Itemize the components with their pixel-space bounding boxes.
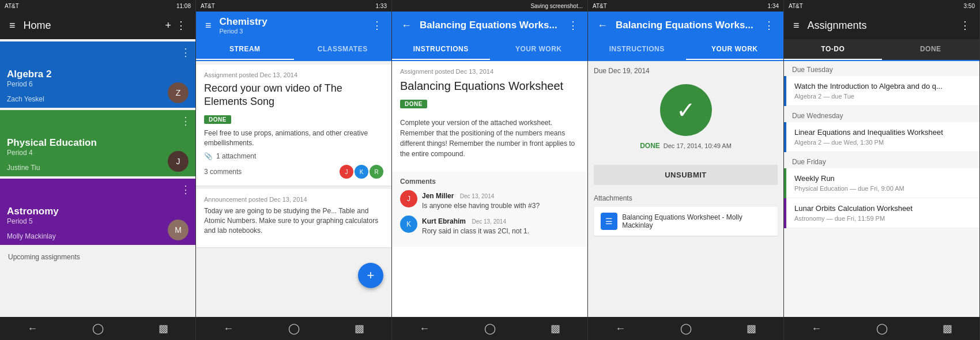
tab-yourwork-active[interactable]: YOUR WORK <box>686 39 784 60</box>
home-nav-home[interactable]: ◯ <box>92 322 104 335</box>
tab-instructions-bal-yw[interactable]: INSTRUCTIONS <box>588 39 686 60</box>
bal-yw-content: Due Dec 19, 2014 ✓ DONE Dec 17, 2014, 10… <box>588 61 783 317</box>
home-nav-bal-instr[interactable]: ◯ <box>484 322 496 335</box>
add-icon-home[interactable]: + <box>163 17 174 34</box>
back-nav-home[interactable]: ← <box>27 323 37 335</box>
home-nav-assignments[interactable]: ◯ <box>876 322 888 335</box>
tab-done[interactable]: DONE <box>882 39 980 60</box>
course-menu-pe[interactable]: ⋮ <box>180 115 191 127</box>
attachment-name-yw: Balancing Equations Worksheet - Molly Ma… <box>622 213 771 229</box>
course-menu-algebra[interactable]: ⋮ <box>180 46 191 59</box>
more-icon-chemistry[interactable]: ⋮ <box>370 17 385 34</box>
back-nav-chemistry[interactable]: ← <box>223 323 233 335</box>
menu-icon-assignments[interactable]: ≡ <box>791 17 802 34</box>
title-group-bal-instr: Balancing Equations Works... <box>420 20 566 31</box>
more-icon-home[interactable]: ⋮ <box>174 17 189 34</box>
title-home: Home <box>24 20 163 32</box>
back-nav-assignments[interactable]: ← <box>811 323 821 335</box>
assignment-lunar-orbits[interactable]: Lunar Orbits Calculation Worksheet Astro… <box>784 198 979 228</box>
done-status-text: DONE <box>640 142 660 150</box>
comment-text-jen: Is anyone else having trouble with #3? <box>422 202 540 210</box>
home-nav-bal-yw[interactable]: ◯ <box>680 322 692 335</box>
course-menu-astronomy[interactable]: ⋮ <box>180 183 191 196</box>
upcoming-label: Upcoming assignments <box>0 247 195 267</box>
back-nav-bal-instr[interactable]: ← <box>419 323 429 335</box>
home-nav-chemistry[interactable]: ◯ <box>288 322 300 335</box>
fab-add-button[interactable]: + <box>358 263 383 288</box>
tab-bar-bal-instr: INSTRUCTIONS YOUR WORK <box>392 39 587 61</box>
comment-avatars-1: J K R <box>340 165 383 179</box>
course-period-algebra: Period 6 <box>7 80 189 88</box>
done-badge-1: DONE <box>204 115 231 124</box>
tab-bar-assignments: TO-DO DONE <box>784 39 979 61</box>
more-icon-assignments[interactable]: ⋮ <box>958 17 973 34</box>
carrier-bal-yw: AT&T <box>593 3 607 9</box>
done-badge-instr: DONE <box>400 100 427 108</box>
time-bal-yw: 1:34 <box>768 3 779 9</box>
assignment-meta-run: Physical Education — due Fri, 9:00 AM <box>794 185 971 192</box>
assignment-linear-eq[interactable]: Linear Equations and Inequalities Worksh… <box>784 122 979 152</box>
bottom-nav-assignments: ← ◯ ▩ <box>784 317 979 340</box>
menu-icon-home[interactable]: ≡ <box>7 17 18 34</box>
status-bar-home: AT&T 11:08 <box>0 0 195 12</box>
comment-2: K Kurt Ebrahim Dec 13, 2014 Rory said in… <box>400 216 579 235</box>
comments-section: Comments J Jen Miller Dec 13, 2014 Is an… <box>392 172 587 247</box>
course-card-pe[interactable]: ⋮ Physical Education Period 4 Justine Ti… <box>0 110 195 176</box>
post-announcement[interactable]: Announcement posted Dec 13, 2014 Today w… <box>196 189 391 247</box>
post-meta-2: Announcement posted Dec 13, 2014 <box>204 196 383 203</box>
tab-instructions-active[interactable]: INSTRUCTIONS <box>392 39 490 60</box>
recents-nav-bal-instr[interactable]: ▩ <box>551 322 560 335</box>
assignment-title-linear: Linear Equations and Inequalities Worksh… <box>794 128 971 138</box>
back-icon-bal-instr[interactable]: ← <box>399 17 414 34</box>
tab-bar-chemistry: STREAM CLASSMATES <box>196 39 391 61</box>
title-bal-yw: Balancing Equations Works... <box>616 20 762 31</box>
teacher-algebra: Zach Yeskel <box>7 95 189 103</box>
due-header-wednesday: Due Wednesday <box>784 107 979 122</box>
course-card-algebra[interactable]: ⋮ Algebra 2 Period 6 Zach Yeskel Z <box>0 41 195 108</box>
assignment-meta-linear: Algebra 2 — due Wed, 1:30 PM <box>794 139 971 146</box>
comment-text-kurt: Rory said in class it was 2Cl, not 1. <box>422 227 529 235</box>
done-date-text: Dec 17, 2014, 10:49 AM <box>664 142 732 149</box>
assignment-title-lunar: Lunar Orbits Calculation Worksheet <box>794 204 971 214</box>
back-nav-bal-yw[interactable]: ← <box>615 323 625 335</box>
comment-date-jen: Dec 13, 2014 <box>460 193 495 199</box>
recents-nav-home[interactable]: ▩ <box>159 322 168 335</box>
post-elements-song[interactable]: Assignment posted Dec 13, 2014 Record yo… <box>196 65 391 186</box>
tab-yourwork-bal-instr[interactable]: YOUR WORK <box>490 39 588 60</box>
unsubmit-button[interactable]: UNSUBMIT <box>594 165 778 185</box>
more-icon-bal-instr[interactable]: ⋮ <box>566 17 581 34</box>
recents-nav-bal-yw[interactable]: ▩ <box>747 322 756 335</box>
panel-assignments: AT&T 3:50 ≡ Assignments ⋮ TO-DO DONE Due… <box>784 0 980 340</box>
avatar-astronomy: M <box>168 220 189 240</box>
back-icon-bal-yw[interactable]: ← <box>595 17 610 34</box>
tab-classmates[interactable]: CLASSMATES <box>294 39 392 60</box>
title-group-chemistry: Chemistry Period 3 <box>220 16 370 35</box>
menu-icon-chemistry[interactable]: ≡ <box>203 17 214 34</box>
assignment-meta-lunar: Astronomy — due Fri, 11:59 PM <box>794 215 971 222</box>
assignment-weekly-run[interactable]: Weekly Run Physical Education — due Fri,… <box>784 168 979 198</box>
comment-avatar-1c: R <box>370 165 383 179</box>
attachment-item-yw[interactable]: ☰ Balancing Equations Worksheet - Molly … <box>594 207 778 236</box>
course-name-pe: Physical Education <box>7 137 189 149</box>
tab-bar-bal-yw: INSTRUCTIONS YOUR WORK <box>588 39 783 61</box>
assignment-meta-watch: Algebra 2 — due Tue <box>794 93 971 100</box>
attachment-doc-icon: ☰ <box>601 213 617 230</box>
post-meta-1: Assignment posted Dec 13, 2014 <box>204 71 383 78</box>
recents-nav-chemistry[interactable]: ▩ <box>355 322 364 335</box>
recents-nav-assignments[interactable]: ▩ <box>943 322 952 335</box>
post-body-2: Today we are going to be studying the Pe… <box>204 206 383 235</box>
assignment-title-watch: Watch the Introduction to Algebra and do… <box>794 82 971 92</box>
course-card-astronomy[interactable]: ⋮ Astronomy Period 5 Molly Mackinlay M <box>0 179 195 245</box>
assignment-watch-intro[interactable]: Watch the Introduction to Algebra and do… <box>784 76 979 106</box>
panel-home: AT&T 11:08 ≡ Home + ⋮ ⋮ Algebra 2 Period… <box>0 0 196 340</box>
tab-stream[interactable]: STREAM <box>196 39 294 60</box>
more-icon-bal-yw[interactable]: ⋮ <box>762 17 777 34</box>
assignment-title: Balancing Equations Worksheet <box>400 78 579 93</box>
topbar-home: ≡ Home + ⋮ <box>0 12 195 39</box>
instructions-body: Assignment posted Dec 13, 2014 Balancing… <box>392 61 587 172</box>
avatar-algebra: Z <box>168 82 189 103</box>
comment-avatar-kurt: K <box>400 216 417 233</box>
course-name-algebra: Algebra 2 <box>7 69 189 80</box>
tab-todo[interactable]: TO-DO <box>784 39 882 60</box>
subtitle-chemistry: Period 3 <box>220 28 370 35</box>
